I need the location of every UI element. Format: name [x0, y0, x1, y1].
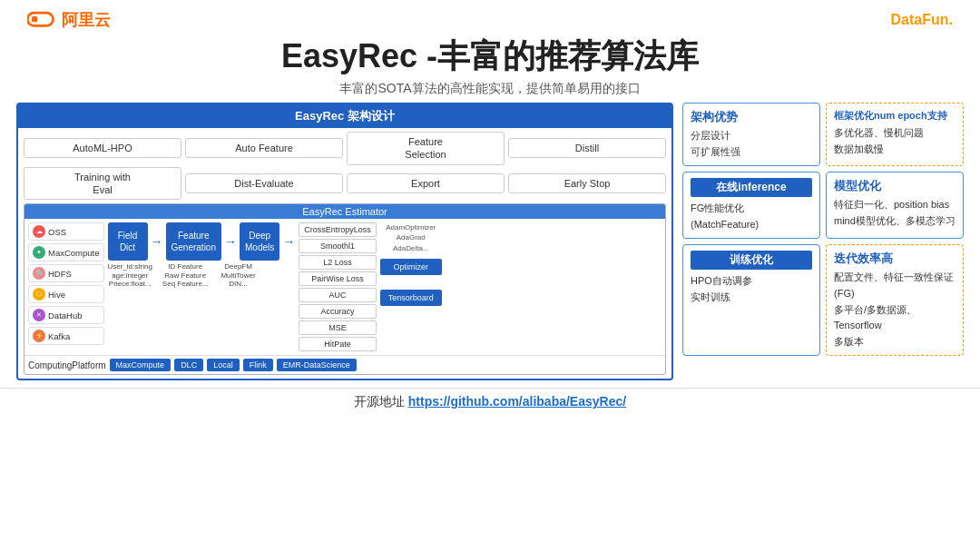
card-inference: 在线inference FG性能优化(MatchFeature) [682, 172, 820, 239]
hive-icon: ⬡ [33, 288, 45, 301]
diagram-row-1: AutoML-HPO Auto Feature FeatureSelection… [24, 132, 666, 165]
tag-emr: EMR-DataScience [277, 359, 357, 371]
ds-oss: ☁ OSS [28, 222, 104, 241]
pipeline-wrapper: FieldDict → FeatureGeneration → DeepMode… [108, 222, 296, 289]
bottom-link[interactable]: https://github.com/alibaba/EasyRec/ [408, 394, 626, 409]
sub-label-models: DeepFMMultiTowerDIN... [219, 262, 259, 289]
metric-crossentropy: CrossEntropyLoss [299, 222, 377, 237]
sub-label-feature: ID FeatureRaw FeatureSeq Feature... [162, 262, 209, 289]
header: 阿里云 DataFun. [0, 0, 980, 34]
dh-icon: ✕ [33, 309, 45, 321]
ds-hive-label: Hive [48, 290, 65, 300]
metrics-col: CrossEntropyLoss Smoothl1 L2 Loss PairWi… [299, 222, 377, 351]
card-model-opt-title: 模型优化 [834, 178, 956, 194]
datafun-logo: DataFun. [891, 12, 953, 28]
computing-label: ComputingPlatform [28, 360, 106, 370]
ds-mc-label: MaxCompute [48, 248, 100, 258]
card-training-opt-title: 训练优化 [691, 251, 812, 270]
metric-smoothl1: Smoothl1 [299, 239, 377, 253]
title-section: EasyRec -丰富的推荐算法库 丰富的SOTA算法的高性能实现，提供简单易用… [0, 34, 980, 97]
right-grid: 架构优势 分层设计可扩展性强 框架优化num epoch支持 多优化器、慢机问题… [682, 103, 964, 356]
bottom-text: 开源地址 [354, 394, 408, 409]
tag-maxcompute: MaxCompute [110, 359, 172, 371]
cell-feature-selection: FeatureSelection [347, 132, 505, 165]
ds-kafka-label: Kafka [48, 331, 70, 341]
card-model-opt: 模型优化 特征归一化、position biasmind模型优化、多模态学习 [826, 172, 964, 239]
sub-labels: User_id:stringage:integerPriece:float...… [108, 262, 296, 289]
estimator-body: ☁ OSS ✦ MaxCompute 🐘 HDFS ⬡ [24, 219, 665, 353]
card-training-opt: 训练优化 HPO自动调参实时训练 [682, 244, 820, 356]
card-framework-content: 多优化器、慢机问题数据加载慢 [834, 125, 956, 157]
metric-accuracy: Accuracy [299, 304, 377, 319]
estimator-section: EasyRec Estimator ☁ OSS ✦ MaxCompute [24, 203, 666, 375]
estimator-header: EasyRec Estimator [24, 204, 665, 219]
cell-dist-evaluate: Dist-Evaluate [185, 173, 343, 193]
arrow-3: → [282, 234, 295, 249]
cell-early-stop: Early Stop [508, 173, 666, 193]
ds-hdfs-label: HDFS [48, 269, 72, 279]
diagram-header: EasyRec 架构设计 [18, 104, 671, 128]
svg-rect-1 [32, 16, 37, 22]
sub-label-field: User_id:stringage:integerPriece:float... [108, 262, 152, 289]
sub-title: 丰富的SOTA算法的高性能实现，提供简单易用的接口 [0, 81, 980, 97]
ds-hive: ⬡ Hive [28, 285, 104, 303]
metric-mse: MSE [299, 320, 377, 335]
deep-models-box: DeepModels [240, 222, 279, 261]
card-iteration-content: 配置文件、特征一致性保证(FG)多平台/多数据源、Tensorflow多版本 [834, 270, 956, 350]
card-architecture: 架构优势 分层设计可扩展性强 [682, 103, 820, 166]
arrow-1: → [151, 234, 163, 249]
diagram-row-2: Training withEval Dist-Evaluate Export E… [24, 167, 666, 201]
ds-maxcompute: ✦ MaxCompute [28, 243, 104, 261]
diagram-rows: AutoML-HPO Auto Feature FeatureSelection… [18, 128, 671, 379]
content-area: EasyRec 架构设计 AutoML-HPO Auto Feature Fea… [0, 103, 980, 380]
side-labels: AdamOptimizerAdaGradAdaDelta... Optimize… [380, 222, 442, 306]
cell-auto-feature: Auto Feature [185, 138, 343, 158]
hdfs-icon: 🐘 [33, 267, 45, 280]
tag-flink: Flink [243, 359, 273, 371]
card-training-opt-content: HPO自动调参实时训练 [691, 273, 812, 305]
ds-kafka: ⚡ Kafka [28, 327, 104, 345]
card-architecture-content: 分层设计可扩展性强 [691, 128, 812, 160]
data-sources: ☁ OSS ✦ MaxCompute 🐘 HDFS ⬡ [28, 222, 104, 345]
optimizer-label: Optimizer [380, 259, 442, 275]
metric-l2: L2 Loss [299, 255, 377, 270]
aliyun-text: 阿里云 [62, 9, 111, 31]
ds-hdfs: 🐘 HDFS [28, 264, 104, 282]
mc-icon: ✦ [33, 246, 45, 259]
arrow-2: → [224, 234, 237, 249]
left-diagram: EasyRec 架构设计 AutoML-HPO Auto Feature Fea… [16, 103, 673, 380]
pipeline: FieldDict → FeatureGeneration → DeepMode… [108, 222, 296, 261]
tag-local: Local [207, 359, 240, 371]
cell-training-eval: Training withEval [24, 167, 181, 201]
card-iteration: 迭代效率高 配置文件、特征一致性保证(FG)多平台/多数据源、Tensorflo… [826, 244, 964, 356]
metric-auc: AUC [299, 288, 377, 302]
cell-automl: AutoML-HPO [24, 138, 181, 158]
main-title: EasyRec -丰富的推荐算法库 [0, 34, 980, 79]
metric-hitpate: HitPate [299, 337, 377, 351]
datafun-logo-text: DataFun. [891, 12, 953, 27]
kafka-icon: ⚡ [33, 330, 45, 342]
ds-dh-label: DataHub [48, 310, 83, 320]
card-model-opt-content: 特征归一化、position biasmind模型优化、多模态学习 [834, 197, 956, 229]
card-framework-title: 框架优化num epoch支持 [834, 109, 956, 123]
metric-pairwise: PairWise Loss [299, 271, 377, 286]
field-dict-box: FieldDict [108, 222, 148, 261]
bottom-bar: 开源地址 https://github.com/alibaba/EasyRec/ [0, 388, 980, 410]
card-framework: 框架优化num epoch支持 多优化器、慢机问题数据加载慢 [826, 103, 964, 166]
feature-gen-box: FeatureGeneration [166, 222, 221, 261]
aliyun-icon-svg [27, 10, 56, 30]
card-inference-title: 在线inference [691, 178, 812, 197]
ds-datahub: ✕ DataHub [28, 306, 104, 324]
card-inference-content: FG性能优化(MatchFeature) [691, 201, 812, 232]
svg-rect-0 [27, 13, 53, 25]
computing-row: ComputingPlatform MaxCompute DLC Local F… [24, 355, 665, 374]
oss-icon: ☁ [33, 225, 45, 238]
card-architecture-title: 架构优势 [691, 109, 812, 125]
cell-distill: Distill [508, 138, 666, 158]
aliyun-logo: 阿里云 [27, 9, 111, 31]
optimizer-text: AdamOptimizerAdaGradAdaDelta... [380, 222, 442, 253]
tensorboard-label: Tensorboard [380, 290, 442, 306]
tag-dlc: DLC [174, 359, 203, 371]
card-iteration-title: 迭代效率高 [834, 251, 956, 267]
cell-export: Export [347, 173, 505, 193]
